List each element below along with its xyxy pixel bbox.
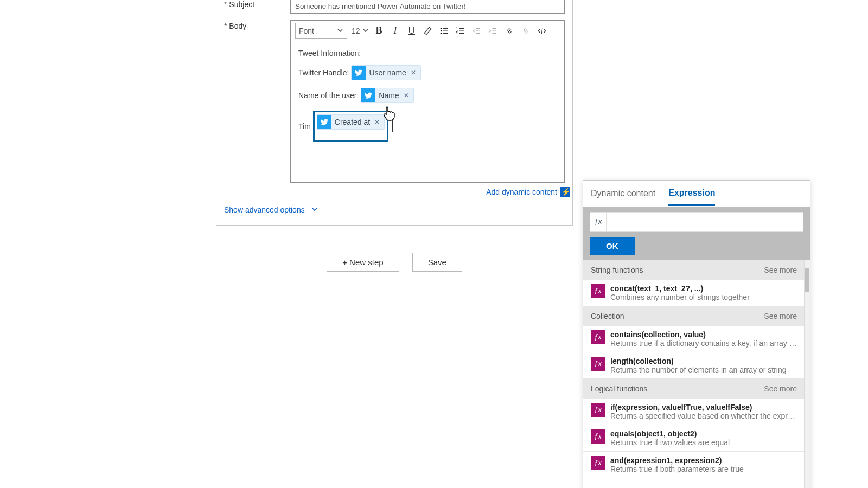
token-label: Created at xyxy=(335,118,370,126)
tab-dynamic-content[interactable]: Dynamic content xyxy=(591,182,655,205)
body-line-1: Tweet Information: xyxy=(298,49,557,57)
bullet-list-icon[interactable] xyxy=(438,25,450,37)
function-signature: contains(collection, value) xyxy=(610,330,797,339)
see-more-link[interactable]: See more xyxy=(764,384,797,393)
ok-button[interactable]: OK xyxy=(590,237,635,255)
svg-point-0 xyxy=(440,28,441,29)
category-label: Collection xyxy=(591,312,624,320)
line4-label: Tim xyxy=(298,122,311,131)
line3-label: Name of the user: xyxy=(298,91,359,100)
line2-label: Twitter Handle: xyxy=(298,68,349,77)
add-dynamic-badge-icon[interactable]: ⚡ xyxy=(560,187,570,197)
svg-point-2 xyxy=(440,33,441,34)
fx-badge-icon: ƒx xyxy=(591,284,605,298)
expression-input[interactable] xyxy=(607,213,803,231)
unlink-icon[interactable] xyxy=(520,25,532,37)
category-logical-functions: Logical functions See more xyxy=(583,379,805,399)
see-more-link[interactable]: See more xyxy=(764,266,797,274)
code-view-icon[interactable] xyxy=(536,25,548,37)
font-size-value: 12 xyxy=(352,27,360,35)
see-more-link[interactable]: See more xyxy=(764,312,797,320)
panel-tabs: Dynamic content Expression xyxy=(583,181,810,207)
bold-button[interactable]: B xyxy=(373,25,385,37)
token-createdat[interactable]: Created at ✕ xyxy=(317,114,385,130)
functions-list[interactable]: String functions See more ƒx concat(text… xyxy=(583,260,805,488)
token-label: Name xyxy=(379,91,399,100)
highlight-icon[interactable] xyxy=(422,25,434,37)
body-line-4: Tim Created at ✕ xyxy=(298,111,557,142)
twitter-icon xyxy=(361,88,375,102)
expression-panel: Dynamic content Expression ƒx OK String … xyxy=(583,180,810,488)
function-signature: equals(object1, object2) xyxy=(610,429,797,438)
function-signature: if(expression, valueIfTrue, valueIfFalse… xyxy=(610,403,797,412)
fx-badge-icon: ƒx xyxy=(591,456,605,470)
bottom-button-row: + New step Save xyxy=(216,253,573,272)
numbered-list-icon[interactable]: 123 xyxy=(455,25,467,37)
svg-point-1 xyxy=(440,30,441,31)
indent-icon[interactable] xyxy=(487,25,499,37)
outdent-icon[interactable] xyxy=(471,25,483,37)
function-text: and(expression1, expression2) Returns tr… xyxy=(610,456,797,473)
function-length[interactable]: ƒx length(collection) Returns the number… xyxy=(583,352,805,379)
function-description: Returns true if two values are equal xyxy=(610,438,797,447)
token-createdat-focused: Created at ✕ xyxy=(313,111,388,142)
italic-button[interactable]: I xyxy=(390,25,401,37)
fx-badge-icon: ƒx xyxy=(591,403,605,417)
function-text: equals(object1, object2) Returns true if… xyxy=(610,429,797,447)
underline-button[interactable]: U xyxy=(406,25,418,37)
show-advanced-options-link[interactable]: Show advanced options xyxy=(224,206,305,214)
chevron-down-icon xyxy=(362,27,369,35)
token-remove-icon[interactable]: ✕ xyxy=(410,69,417,76)
add-dynamic-content-link[interactable]: Add dynamic content xyxy=(486,188,557,196)
function-description: Combines any number of strings together xyxy=(610,293,797,301)
font-select[interactable]: Font xyxy=(295,23,347,39)
function-text: contains(collection, value) Returns true… xyxy=(610,330,797,348)
function-description: Returns a specified value based on wheth… xyxy=(610,412,797,420)
rte-body[interactable]: Tweet Information: Twitter Handle: User … xyxy=(291,41,564,182)
category-string-functions: String functions See more xyxy=(583,260,805,280)
body-line-3: Name of the user: Name ✕ xyxy=(298,88,557,103)
scrollbar-thumb[interactable] xyxy=(805,268,809,292)
function-signature: and(expression1, expression2) xyxy=(610,456,797,465)
twitter-icon xyxy=(317,115,331,129)
function-text: if(expression, valueIfTrue, valueIfFalse… xyxy=(610,403,797,420)
subject-label: Subject xyxy=(224,0,290,14)
token-remove-icon[interactable]: ✕ xyxy=(403,92,410,99)
body-label: Body xyxy=(224,20,290,183)
token-label: User name xyxy=(369,68,406,77)
function-concat[interactable]: ƒx concat(text_1, text_2?, ...) Combines… xyxy=(583,280,805,306)
token-remove-icon[interactable]: ✕ xyxy=(373,118,381,126)
fx-badge-icon: ƒx xyxy=(591,429,605,444)
rte-toolbar: Font 12 B I U xyxy=(291,21,564,41)
rich-text-editor: Font 12 B I U xyxy=(290,20,565,183)
text-caret xyxy=(392,120,393,132)
save-button[interactable]: Save xyxy=(412,253,462,272)
function-text: concat(text_1, text_2?, ...) Combines an… xyxy=(610,284,797,301)
new-step-button[interactable]: + New step xyxy=(327,253,399,272)
add-dynamic-row: Add dynamic content ⚡ xyxy=(216,186,572,199)
body-line-2: Twitter Handle: User name ✕ xyxy=(298,65,557,80)
fx-badge-icon: ƒx xyxy=(591,357,605,371)
functions-scroll-area: String functions See more ƒx concat(text… xyxy=(583,260,810,488)
category-label: Logical functions xyxy=(591,384,647,393)
function-and[interactable]: ƒx and(expression1, expression2) Returns… xyxy=(583,452,805,478)
function-signature: concat(text_1, text_2?, ...) xyxy=(610,284,797,293)
fx-icon: ƒx xyxy=(590,213,607,231)
font-size-select[interactable]: 12 xyxy=(352,27,369,35)
tab-expression[interactable]: Expression xyxy=(668,182,715,206)
twitter-icon xyxy=(352,66,366,80)
token-username[interactable]: User name ✕ xyxy=(351,65,420,80)
subject-row: Subject xyxy=(216,0,572,17)
chevron-down-icon xyxy=(337,27,343,35)
subject-input[interactable] xyxy=(290,0,565,14)
function-if[interactable]: ƒx if(expression, valueIfTrue, valueIfFa… xyxy=(583,399,805,425)
token-name[interactable]: Name ✕ xyxy=(361,88,413,103)
chevron-down-icon[interactable] xyxy=(310,204,319,215)
expression-input-area: ƒx OK xyxy=(583,207,810,260)
function-contains[interactable]: ƒx contains(collection, value) Returns t… xyxy=(583,326,805,352)
function-equals[interactable]: ƒx equals(object1, object2) Returns true… xyxy=(583,425,805,452)
font-select-label: Font xyxy=(299,27,314,35)
link-icon[interactable] xyxy=(503,25,515,37)
action-card: Subject Body Font 12 B I xyxy=(216,0,573,226)
function-text: length(collection) Returns the number of… xyxy=(610,357,797,374)
